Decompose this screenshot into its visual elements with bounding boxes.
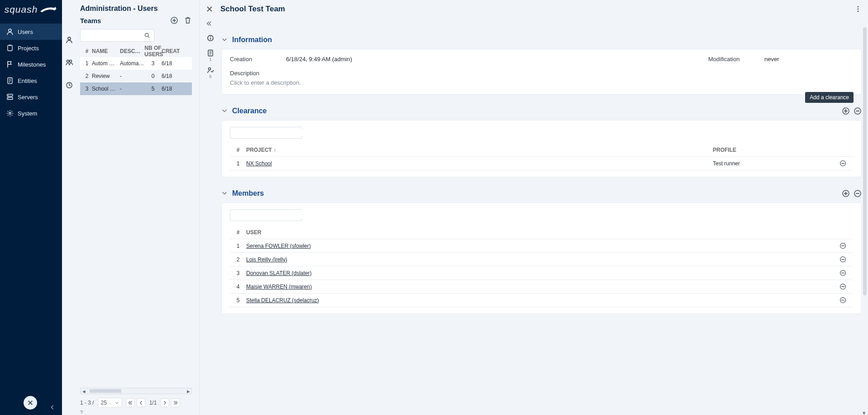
nav-item-label: Servers [18,94,38,101]
scroll-thumb[interactable] [863,27,867,295]
trash-icon [184,16,192,24]
scroll-down-icon[interactable]: ▾ [863,410,867,414]
teams-search[interactable] [80,29,154,42]
row-remove-button[interactable] [839,160,853,167]
sidetab-permissions[interactable]: 5 [204,66,217,79]
members-search-input[interactable] [234,212,304,219]
remove-clearance-button[interactable] [854,107,862,115]
plus-circle-icon [170,16,178,24]
table-row[interactable]: 3 School … - 5 6/18 [80,82,192,95]
nav-item-servers[interactable]: Servers [0,89,62,105]
plus-circle-icon [842,107,850,115]
description-label: Description [230,70,853,77]
col-user[interactable]: USER [246,229,839,236]
pager-last[interactable] [171,398,180,407]
sidetab-documents[interactable]: 1 [204,49,217,62]
table-row[interactable]: 3 Donovan SLATER (dslater) [230,266,853,280]
table-row[interactable]: 1 NX School Test runner [230,157,853,170]
clearance-search-input[interactable] [234,129,304,136]
detail-menu-button[interactable] [854,5,862,13]
nav-item-milestones[interactable]: Milestones [0,56,62,72]
row-remove-button[interactable] [839,283,853,290]
col-desc[interactable]: DESCRIP… [120,48,144,54]
section-toggle[interactable] [221,36,229,43]
close-detail-button[interactable] [206,5,213,13]
nav-collapse-toggle[interactable] [43,400,62,415]
members-search[interactable] [230,209,302,221]
detail-scrollbar[interactable] [863,27,867,410]
user-icon [66,36,73,43]
add-clearance-button[interactable] [842,107,850,115]
table-row[interactable]: 1 Serena FOWLER (sfowler) [230,239,853,253]
sidetab-info[interactable] [204,32,217,44]
col-index[interactable]: # [230,229,246,236]
team-detail-panel: School Test Team 1 5 Information Cr [200,0,868,415]
remove-member-button[interactable] [854,189,862,198]
kebab-icon [854,5,862,13]
nav-item-entities[interactable]: Entities [0,72,62,89]
table-row[interactable]: 1 Autom … Automa… 3 6/18 [80,57,192,70]
collapse-drawer-button[interactable] [206,20,212,27]
user-icon [6,28,14,35]
user-link[interactable]: Stella DELACRUZ (sdelacruz) [246,297,319,304]
nav-item-system[interactable]: System [0,105,62,121]
nav-dismiss-button[interactable] [24,396,37,410]
table-row[interactable]: 2 Lois Reilly (lrelly) [230,253,853,266]
user-link[interactable]: Lois Reilly (lrelly) [246,256,287,263]
nav-item-users[interactable]: Users [0,24,62,40]
user-link[interactable]: Donovan SLATER (dslater) [246,270,312,276]
pager-next[interactable] [160,398,169,407]
row-remove-button[interactable] [839,297,853,304]
row-remove-button[interactable] [839,270,853,276]
chevron-down-icon [114,401,119,405]
project-link[interactable]: NX School [246,160,272,167]
add-clearance-tooltip: Add a clearance [805,92,854,103]
teams-search-input[interactable] [84,32,144,39]
clearance-search[interactable] [230,127,302,139]
pager-first[interactable] [126,398,135,407]
user-link[interactable]: Maisie WARREN (mwaren) [246,284,312,290]
logo-swoosh-icon [39,5,57,14]
app-logo: squash [0,0,62,19]
subnav-history[interactable] [63,79,76,92]
sort-asc-icon: ↑ [274,147,277,153]
subnav-teams[interactable] [63,56,76,69]
subnav-users[interactable] [63,34,76,46]
delete-team-button[interactable] [184,16,192,24]
chevron-down-icon [221,107,228,114]
col-users[interactable]: NB OF USERS [144,45,162,58]
add-team-button[interactable] [170,16,178,24]
col-project[interactable]: PROJECT↑ [246,147,713,153]
row-remove-button[interactable] [839,256,853,263]
col-name[interactable]: NAME [92,48,120,54]
section-toggle[interactable] [221,107,229,115]
gear-icon [6,110,14,117]
detail-title: School Test Team [220,5,285,14]
table-row[interactable]: 4 Maisie WARREN (mwaren) [230,280,853,294]
add-member-button[interactable] [842,189,850,198]
col-index[interactable]: # [82,48,92,54]
scroll-thumb[interactable] [90,389,121,393]
user-link[interactable]: Serena FOWLER (sfowler) [246,243,311,249]
col-profile[interactable]: PROFILE [713,147,839,153]
user-permission-icon [207,67,214,74]
nav-item-projects[interactable]: Projects [0,40,62,56]
section-clearance-title: Clearance [232,107,267,115]
scroll-left-icon[interactable]: ◂ [81,388,87,394]
sidetab-permissions-badge: 5 [209,74,211,79]
col-created[interactable]: CREAT [162,48,180,54]
chevron-left-icon [49,404,56,410]
teams-horiz-scrollbar[interactable]: ◂ ▸ [80,388,192,394]
description-placeholder[interactable]: Click to enter a description. [230,79,853,86]
pager-page-of: 1/1 [149,400,157,406]
col-index[interactable]: # [230,147,246,153]
page-size-select[interactable]: 25 [98,398,122,408]
table-row[interactable]: 2 Review - 0 6/18 [80,70,192,82]
scroll-right-icon[interactable]: ▸ [185,388,191,394]
table-row[interactable]: 5 Stella DELACRUZ (sdelacruz) [230,294,853,307]
row-remove-button[interactable] [839,242,853,249]
pager-prev[interactable] [137,398,146,407]
page-size-value: 25 [101,400,107,406]
minus-circle-icon [839,256,846,263]
section-toggle[interactable] [221,190,229,197]
